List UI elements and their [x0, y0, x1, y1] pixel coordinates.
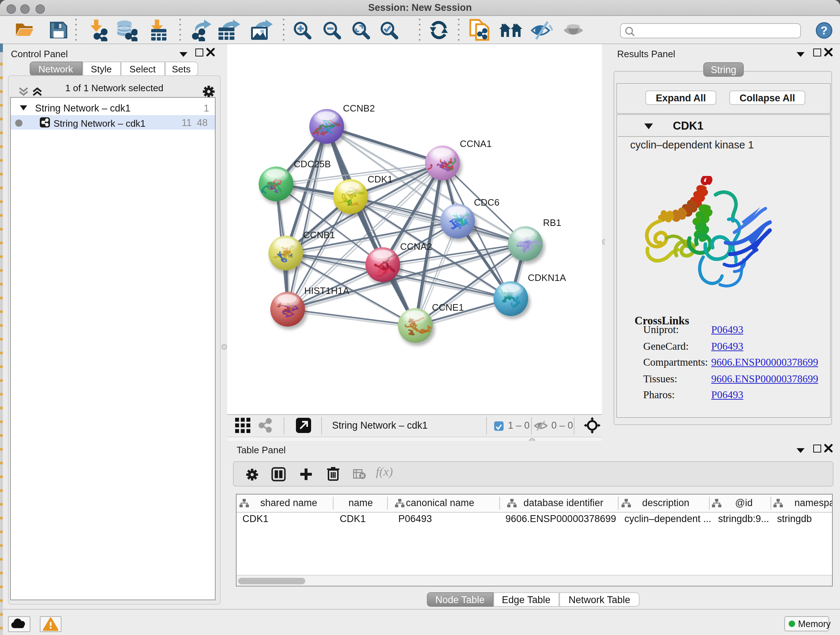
svg-text:CDKN1A: CDKN1A [528, 272, 566, 283]
svg-text:CDK1: CDK1 [368, 174, 393, 185]
svg-text:HIST1H1A: HIST1H1A [304, 285, 349, 296]
svg-text:RB1: RB1 [543, 217, 561, 228]
svg-text:CCNB2: CCNB2 [343, 103, 375, 114]
svg-text:?: ? [821, 24, 828, 37]
svg-text:CDC25B: CDC25B [294, 158, 331, 169]
svg-text:CCNE1: CCNE1 [432, 302, 464, 313]
svg-text:CCNA1: CCNA1 [460, 138, 492, 149]
svg-text:CCNA2: CCNA2 [400, 241, 432, 252]
svg-text:CCNB1: CCNB1 [303, 230, 335, 241]
svg-text:CDC6: CDC6 [474, 197, 500, 208]
